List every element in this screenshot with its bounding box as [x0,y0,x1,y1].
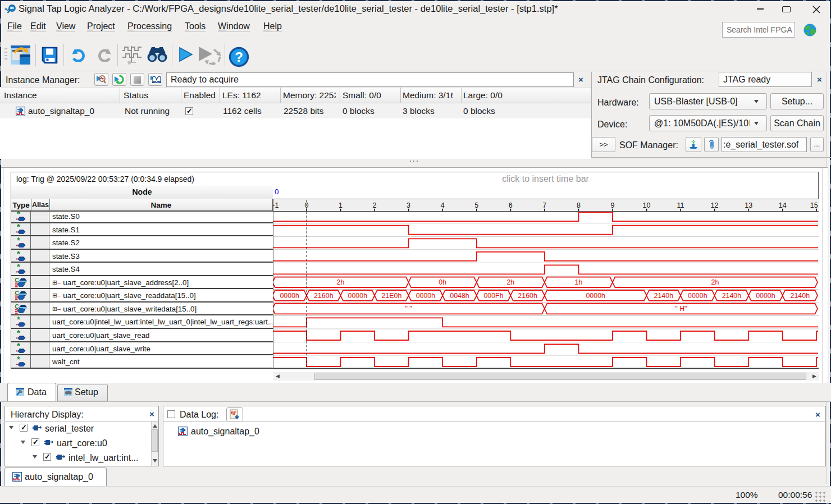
svg-text:*: * [17,356,20,364]
svg-text:2140h: 2140h [654,292,674,300]
svg-text:000Fh: 000Fh [483,292,503,300]
svg-text:2160h: 2160h [518,292,537,300]
svg-text:11: 11 [677,201,684,209]
svg-text:*: * [17,342,20,350]
svg-text:C: C [15,303,19,309]
svg-text:*: * [17,263,20,271]
svg-text:4: 4 [441,201,445,209]
svg-text:0048h: 0048h [450,292,469,300]
svg-text:-1: -1 [273,201,279,209]
svg-text:15: 15 [810,201,818,209]
svg-text:0000h: 0000h [348,292,368,300]
svg-text:0000h: 0000h [416,292,436,300]
svg-text:*: * [17,250,20,258]
svg-text:21E0h: 21E0h [381,292,401,300]
svg-text:*: * [17,316,20,324]
svg-text:2140h: 2140h [791,292,810,300]
svg-text:C: C [15,277,19,283]
svg-text:2h: 2h [506,278,514,286]
svg-text:6: 6 [509,201,513,209]
svg-text:13: 13 [745,201,752,209]
svg-text:0000h: 0000h [688,292,707,300]
svg-text:2h: 2h [337,278,345,286]
svg-text:0000h: 0000h [280,292,299,300]
svg-text:2140h: 2140h [722,292,742,300]
svg-text:*: * [17,237,20,245]
svg-text:2: 2 [373,201,377,209]
svg-text:7: 7 [542,201,546,209]
svg-text:0000h: 0000h [586,292,605,300]
svg-text:" H": " H" [675,305,687,313]
svg-text:14: 14 [779,201,787,209]
svg-text:*: * [17,329,20,337]
svg-text:10: 10 [643,201,651,209]
svg-text:" ": " " [405,305,412,313]
svg-text:9: 9 [610,201,614,209]
svg-text:5: 5 [474,201,478,209]
svg-text:*: * [17,223,20,231]
svg-text:8: 8 [577,201,581,209]
svg-text:?: ? [235,49,243,65]
svg-text:12: 12 [711,201,719,209]
svg-text:1h: 1h [575,278,583,286]
svg-text:3: 3 [407,201,410,209]
svg-text:0h: 0h [439,278,446,286]
svg-text:1: 1 [339,201,343,209]
svg-text:2160h: 2160h [314,292,334,300]
svg-text:0000h: 0000h [756,292,775,300]
svg-text:2h: 2h [711,278,719,286]
svg-text:C: C [15,290,19,296]
